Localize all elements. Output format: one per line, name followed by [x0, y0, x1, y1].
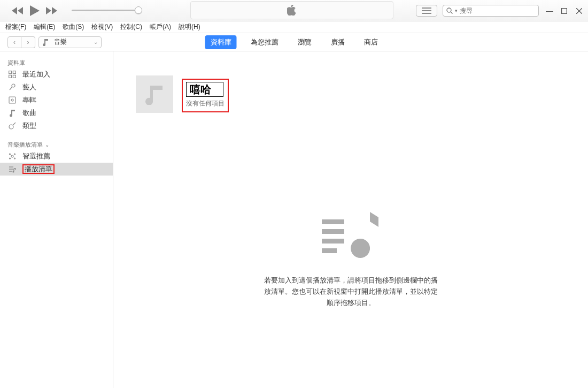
window-close-button[interactable]: [574, 6, 584, 16]
empty-playlist-message: 若要加入到這個播放清單，請將項目拖移到側邊欄中的播 放清單。您也可以在新視窗中打…: [212, 212, 490, 308]
sidebar-item-label: 專輯: [22, 95, 36, 105]
tab-radio[interactable]: 廣播: [326, 35, 350, 49]
menu-file[interactable]: 檔案(F): [5, 22, 26, 32]
sidebar-item-albums[interactable]: 專輯: [0, 94, 113, 106]
svg-rect-14: [9, 97, 16, 103]
menu-bar: 檔案(F) 編輯(E) 歌曲(S) 檢視(V) 控制(C) 帳戶(A) 說明(H…: [0, 21, 588, 33]
svg-rect-27: [322, 219, 344, 224]
close-icon: [576, 8, 582, 14]
album-icon: [7, 96, 17, 104]
section-tabs: 資料庫 為您推薦 瀏覽 廣播 商店: [205, 35, 383, 49]
svg-line-4: [451, 12, 453, 14]
queue-list-button[interactable]: [416, 5, 437, 17]
menu-edit[interactable]: 編輯(E): [34, 22, 55, 32]
sidebar-item-playlist-editing[interactable]: 播放清單: [0, 163, 113, 176]
microphone-icon: [7, 83, 17, 91]
sidebar-item-genres[interactable]: 類型: [0, 119, 113, 132]
tab-library[interactable]: 資料庫: [205, 35, 237, 49]
sidebar-item-artists[interactable]: 藝人: [0, 81, 113, 94]
sidebar-header-playlists[interactable]: 音樂播放清單 ⌄: [0, 138, 113, 150]
svg-rect-29: [322, 239, 344, 244]
empty-text-line: 順序拖移項目。: [212, 298, 490, 309]
menu-account[interactable]: 帳戶(A): [150, 22, 171, 32]
sidebar-playlist-name-input[interactable]: 播放清單: [22, 164, 55, 174]
tab-browse[interactable]: 瀏覽: [292, 35, 317, 49]
nav-back-button[interactable]: ‹: [7, 36, 21, 48]
svg-point-15: [11, 99, 13, 101]
list-icon: [422, 7, 431, 14]
player-bar: ▾ —: [0, 0, 588, 21]
window-maximize-button[interactable]: [559, 6, 569, 16]
sidebar-item-label: 最近加入: [22, 70, 50, 79]
menu-help[interactable]: 說明(H): [179, 22, 200, 32]
dropdown-caret-icon: ⌄: [94, 39, 98, 45]
search-field[interactable]: ▾: [443, 5, 539, 17]
sidebar-item-label: 歌曲: [22, 108, 36, 118]
svg-rect-9: [13, 71, 16, 74]
chevron-left-icon: ‹: [13, 39, 16, 46]
menu-song[interactable]: 歌曲(S): [63, 22, 84, 32]
sidebar-item-label: 智選推薦: [22, 151, 50, 161]
minimize-icon: —: [546, 6, 552, 15]
svg-rect-28: [322, 229, 344, 234]
music-note-icon: [7, 109, 17, 117]
titlebar-right-cluster: ▾ —: [416, 0, 584, 21]
playlist-cover-placeholder: [136, 75, 173, 113]
svg-point-3: [447, 8, 451, 12]
previous-track-button[interactable]: [12, 7, 24, 14]
svg-rect-30: [322, 248, 337, 253]
empty-text-line: 若要加入到這個播放清單，請將項目拖移到側邊欄中的播: [212, 275, 490, 286]
sidebar: 資料庫 最近加入 藝人 專輯 歌曲: [0, 51, 113, 388]
svg-point-18: [11, 155, 13, 157]
window-minimize-button[interactable]: —: [544, 6, 554, 16]
music-note-icon: [145, 83, 164, 105]
search-input[interactable]: [460, 7, 540, 14]
guitar-icon: [7, 122, 17, 130]
sidebar-item-label: 類型: [22, 121, 36, 131]
svg-point-20: [14, 154, 16, 155]
maximize-icon: [561, 8, 567, 14]
svg-line-13: [10, 87, 12, 90]
svg-rect-5: [561, 8, 567, 13]
empty-playlist-icon: [212, 212, 490, 265]
svg-point-19: [10, 154, 11, 155]
search-icon: [446, 7, 453, 14]
tab-store[interactable]: 商店: [359, 35, 383, 49]
music-note-icon: [42, 39, 49, 46]
svg-rect-11: [13, 75, 16, 78]
nav-history: ‹ ›: [7, 36, 35, 48]
search-dropdown-icon: ▾: [455, 8, 458, 13]
svg-point-22: [14, 158, 16, 159]
sidebar-item-genius[interactable]: 智選推薦: [0, 150, 113, 163]
menu-view[interactable]: 檢視(V): [91, 22, 113, 32]
chevron-down-icon: ⌄: [45, 142, 49, 148]
volume-slider[interactable]: [72, 10, 141, 11]
playback-controls: [0, 5, 141, 16]
next-track-button[interactable]: [46, 7, 58, 14]
apple-logo-icon: [287, 5, 297, 16]
sidebar-header-library: 資料庫: [0, 56, 113, 68]
sidebar-item-songs[interactable]: 歌曲: [0, 106, 113, 119]
sidebar-item-recently-added[interactable]: 最近加入: [0, 68, 113, 81]
tab-for-you[interactable]: 為您推薦: [245, 35, 284, 49]
sidebar-item-label: 藝人: [22, 82, 36, 92]
svg-point-16: [9, 125, 13, 129]
grid-icon: [7, 71, 17, 78]
playlist-info: 嘻哈 沒有任何項目: [182, 75, 229, 112]
media-source-label: 音樂: [54, 37, 67, 47]
play-button[interactable]: [30, 5, 40, 16]
svg-rect-10: [9, 75, 12, 78]
nav-forward-button[interactable]: ›: [21, 36, 35, 48]
menu-control[interactable]: 控制(C): [120, 22, 142, 32]
playlist-title-input[interactable]: 嘻哈: [186, 82, 223, 97]
main-area: 資料庫 最近加入 藝人 專輯 歌曲: [0, 51, 588, 388]
playlist-info-highlight: 嘻哈 沒有任何項目: [182, 79, 229, 112]
chevron-right-icon: ›: [27, 39, 29, 46]
svg-point-21: [10, 158, 11, 159]
media-source-selector[interactable]: 音樂 ⌄: [38, 36, 102, 48]
now-playing-lcd: [190, 1, 393, 19]
svg-rect-8: [9, 71, 12, 74]
toolbar: ‹ › 音樂 ⌄ 資料庫 為您推薦 瀏覽 廣播 商店: [0, 33, 588, 51]
content-area: 嘻哈 沒有任何項目 若要加入到這個播放清單，請將項目拖移到側邊欄中的播: [113, 51, 588, 388]
svg-line-17: [13, 123, 16, 125]
